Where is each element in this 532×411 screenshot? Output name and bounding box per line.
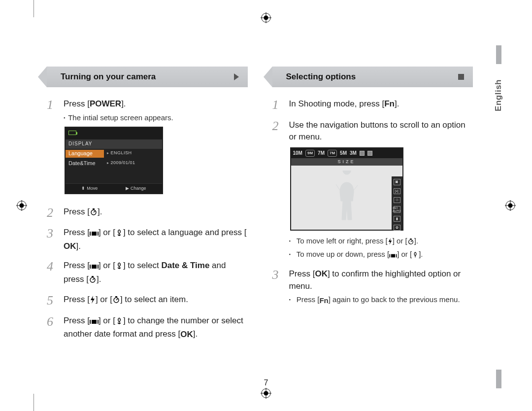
step-1: 1 Press [POWER]. The intial setup screen…	[47, 98, 248, 199]
lcd2-topbar: 10M 9M 7M 7M 5M 3M	[291, 148, 402, 159]
lcd2-icon: ▣	[394, 179, 400, 185]
section-title: Turning on your camera	[61, 72, 156, 82]
text: Press [	[289, 269, 315, 278]
step-number: 2	[272, 119, 283, 261]
fn-icon: Fn	[319, 295, 328, 306]
lcd-option-screen: 10M 9M 7M 7M 5M 3M SIZE	[290, 147, 403, 231]
step-number: 1	[272, 98, 283, 112]
text: ] or [	[99, 261, 115, 270]
text: ] or [	[393, 237, 407, 245]
text: Press [	[64, 295, 90, 304]
step-number: 6	[47, 315, 58, 341]
macro-icon	[115, 316, 123, 329]
size-option: 10M	[293, 150, 302, 157]
lcd-value: 2009/01/01	[104, 160, 162, 168]
crop-mark	[33, 0, 34, 17]
step-2: 2 Use the navigation buttons to scroll t…	[272, 119, 473, 261]
ok-icon: OK	[315, 268, 328, 280]
text: ] or [	[99, 316, 115, 325]
timer-icon	[90, 207, 98, 220]
step-3: 3 Press [OK] to confirm the highlighted …	[272, 268, 473, 306]
section-heading-right: Selecting options	[272, 67, 473, 87]
display-icon	[90, 228, 99, 240]
step-number: 4	[47, 260, 58, 287]
svg-rect-25	[92, 276, 94, 277]
text: ] again to go back to the previous menu.	[329, 295, 460, 304]
side-thumb-tab-top	[496, 45, 501, 64]
step-3: 3 Press [] or [] to select a language an…	[47, 227, 248, 252]
lcd-footer-change: Change	[126, 185, 146, 192]
battery-icon	[68, 131, 76, 135]
section-title: Selecting options	[286, 72, 356, 82]
text: Press [	[64, 99, 90, 108]
text: ] to select	[123, 261, 161, 270]
text: ].	[76, 241, 81, 251]
text: To move left or right, press [	[297, 237, 388, 245]
step-number: 2	[47, 206, 58, 220]
size-option: 5M	[340, 150, 347, 157]
lcd2-icon: ▮	[394, 216, 400, 222]
play-icon	[234, 73, 239, 80]
lcd2-icon: ☉	[394, 197, 400, 203]
svg-rect-27	[115, 296, 117, 297]
svg-rect-22	[92, 265, 97, 269]
step-number: 5	[47, 294, 58, 308]
text: ].	[193, 329, 198, 339]
lcd-value: ENGLISH	[104, 150, 162, 158]
timer-icon	[112, 295, 120, 308]
lcd2-icon: ✿	[394, 225, 400, 231]
text: ] to select an item.	[120, 295, 188, 304]
side-thumb-tab-bottom	[496, 370, 501, 388]
lcd-label: Language	[66, 150, 104, 158]
step-4: 4 Press [] or [] to select Date & Time a…	[47, 260, 248, 287]
text: Press [	[64, 207, 90, 216]
silhouette-icon	[332, 171, 362, 225]
timer-icon	[407, 237, 414, 248]
text: ].	[98, 207, 102, 216]
registration-mark-bottom	[261, 388, 271, 399]
flash-icon	[90, 295, 96, 308]
lcd-setup-screen: DISPLAY Language ENGLISH Date&Time 2009/…	[65, 127, 163, 194]
macro-icon	[412, 250, 419, 261]
flash-icon	[388, 237, 393, 248]
language-tab: English	[494, 79, 503, 111]
crop-mark	[33, 394, 34, 411]
text: To move up or down, press [	[297, 250, 389, 258]
svg-rect-17	[93, 208, 95, 209]
size-option	[360, 151, 365, 156]
step-1: 1 In Shooting mode, press [Fn].	[272, 98, 473, 112]
svg-rect-19	[92, 232, 97, 236]
text: Use the navigation buttons to scroll to …	[289, 119, 473, 143]
column-left: Turning on your camera 1 Press [POWER]. …	[47, 67, 248, 347]
text: ] or [	[397, 250, 412, 258]
text: Press [	[64, 261, 90, 270]
display-icon	[90, 261, 99, 274]
text: In Shooting mode, press [	[289, 99, 385, 108]
size-option: 7M	[318, 150, 325, 157]
size-option: 9M	[305, 150, 315, 157]
sub-text: The intial setup screen appears.	[68, 113, 173, 122]
step-number: 3	[47, 227, 58, 252]
size-option: 3M	[350, 150, 357, 157]
lcd-label: Date&Time	[66, 160, 104, 168]
power-label: POWER	[90, 99, 121, 108]
step-number: 3	[272, 268, 283, 306]
svg-rect-29	[92, 320, 97, 324]
bullet-icon	[289, 294, 294, 306]
text: ] or [	[96, 295, 112, 304]
lcd2-icon: ISOAUTO	[394, 206, 400, 213]
macro-icon	[115, 261, 123, 274]
ok-icon: OK	[64, 240, 76, 253]
text: Press [	[297, 295, 320, 304]
section-heading-left: Turning on your camera	[47, 67, 248, 87]
svg-rect-18	[90, 232, 91, 236]
stop-icon	[458, 74, 464, 80]
lcd-row-language: Language ENGLISH	[66, 149, 162, 159]
fn-icon: Fn	[384, 98, 395, 110]
bullet-icon	[289, 249, 294, 261]
svg-rect-34	[391, 254, 395, 258]
text: ] to select a language and press [	[123, 228, 246, 237]
text: ].	[121, 99, 126, 108]
registration-mark-right	[505, 200, 516, 211]
lcd-header: DISPLAY	[66, 139, 162, 149]
